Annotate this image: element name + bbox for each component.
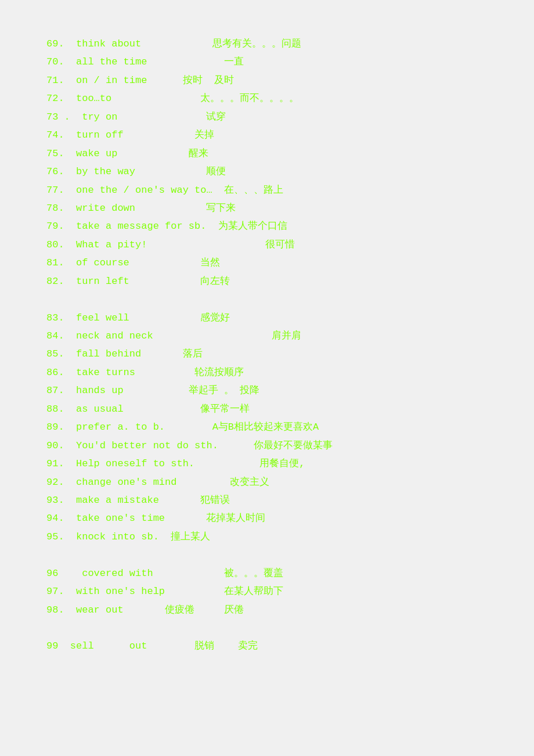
list-item: 86. take turns 轮流按顺序 — [46, 363, 488, 381]
list-item — [46, 619, 488, 637]
list-item: 82. turn left 向左转 — [46, 272, 488, 290]
list-item: 87. hands up 举起手 。 投降 — [46, 381, 488, 399]
list-item: 70. all the time 一直 — [46, 53, 488, 71]
list-item: 88. as usual 像平常一样 — [46, 400, 488, 418]
phrase-list: 69. think about 思考有关。。。问题70. all the tim… — [46, 35, 488, 656]
list-item: 81. of course 当然 — [46, 254, 488, 272]
list-item: 74. turn off 关掉 — [46, 126, 488, 144]
list-item: 75. wake up 醒来 — [46, 145, 488, 163]
list-item: 99 sell out 脱销 卖完 — [46, 637, 488, 655]
list-item: 97. with one's help 在某人帮助下 — [46, 582, 488, 600]
list-item: 80. What a pity! 很可惜 — [46, 236, 488, 254]
list-item: 96 covered with 被。。。覆盖 — [46, 564, 488, 582]
list-item: 94. take one's time 花掉某人时间 — [46, 509, 488, 527]
list-item — [46, 546, 488, 564]
list-item: 89. prefer a. to b. A与B相比较起来更喜欢A — [46, 418, 488, 436]
list-item: 79. take a message for sb. 为某人带个口信 — [46, 217, 488, 235]
list-item: 71. on / in time 按时 及时 — [46, 71, 488, 89]
list-item: 84. neck and neck 肩并肩 — [46, 327, 488, 345]
list-item: 98. wear out 使疲倦 厌倦 — [46, 601, 488, 619]
list-item: 92. change one's mind 改变主义 — [46, 473, 488, 491]
list-item: 95. knock into sb. 撞上某人 — [46, 528, 488, 546]
list-item: 93. make a mistake 犯错误 — [46, 491, 488, 509]
list-item: 72. too…to 太。。。而不。。。。 — [46, 89, 488, 107]
list-item: 76. by the way 顺便 — [46, 163, 488, 181]
list-item: 91. Help oneself to sth. 用餐自便, — [46, 455, 488, 473]
list-item: 78. write down 写下来 — [46, 199, 488, 217]
list-item: 77. one the / one's way to… 在、、、路上 — [46, 181, 488, 199]
list-item: 90. You'd better not do sth. 你最好不要做某事 — [46, 437, 488, 455]
list-item — [46, 290, 488, 308]
list-item: 85. fall behind 落后 — [46, 345, 488, 363]
list-item: 73 . try on 试穿 — [46, 108, 488, 126]
list-item: 69. think about 思考有关。。。问题 — [46, 35, 488, 53]
list-item: 83. feel well 感觉好 — [46, 309, 488, 327]
